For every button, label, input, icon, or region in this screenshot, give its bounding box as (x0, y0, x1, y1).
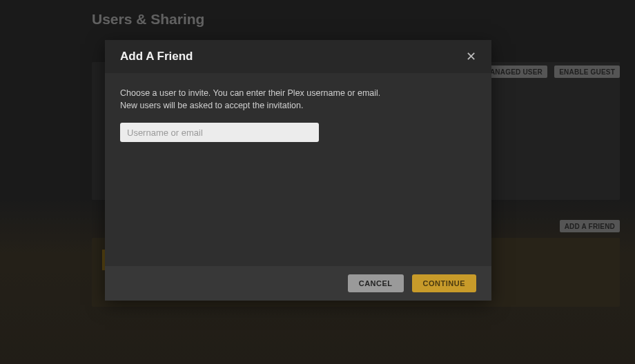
continue-button[interactable]: CONTINUE (412, 274, 476, 292)
modal-footer: CANCEL CONTINUE (105, 266, 491, 301)
username-email-input[interactable] (120, 123, 319, 142)
modal-title: Add A Friend (120, 50, 193, 63)
close-icon[interactable]: ✕ (466, 50, 476, 63)
cancel-button[interactable]: CANCEL (348, 274, 404, 292)
modal-description-line2: New users will be asked to accept the in… (120, 99, 476, 112)
modal-header: Add A Friend ✕ (105, 40, 491, 73)
add-friend-modal: Add A Friend ✕ Choose a user to invite. … (105, 40, 491, 301)
modal-body: Choose a user to invite. You can enter t… (105, 73, 491, 266)
modal-description-line1: Choose a user to invite. You can enter t… (120, 87, 476, 99)
username-input-wrap (120, 123, 476, 142)
